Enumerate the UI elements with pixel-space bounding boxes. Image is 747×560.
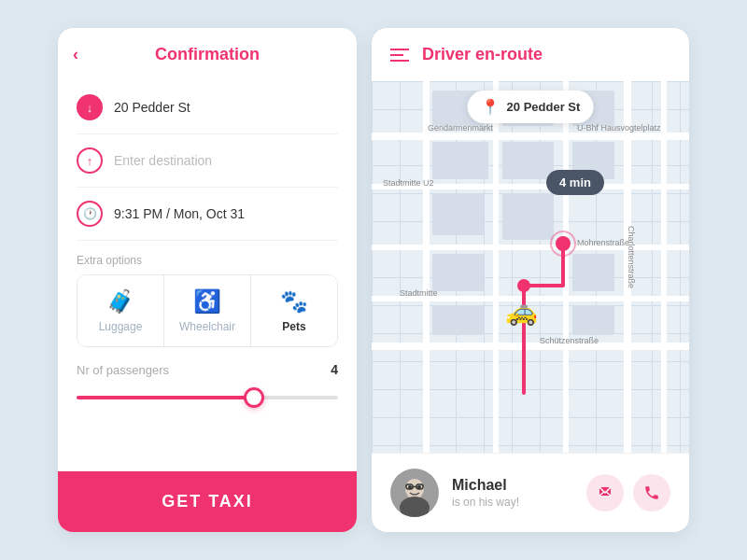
- slider-thumb[interactable]: [244, 387, 264, 408]
- road-label-4: Stadtmitte U2: [383, 178, 434, 188]
- location-rows: ↓ 20 Pedder St ↑ Enter destination 🕐 9:3…: [58, 81, 357, 241]
- passengers-header: Nr of passengers 4: [77, 362, 338, 377]
- wheelchair-icon: ♿: [193, 288, 221, 315]
- slider-fill: [77, 396, 254, 399]
- eta-text: 4 min: [559, 175, 591, 189]
- road-label-3: Mohrenstraße: [577, 238, 629, 247]
- options-tabs: 🧳 Luggage ♿ Wheelchair 🐾 Pets: [77, 274, 338, 347]
- app-container: ‹ Confirmation ↓ 20 Pedder St ↑ Enter de…: [0, 0, 747, 560]
- driver-status: is on his way!: [452, 496, 573, 509]
- passengers-count: 4: [331, 362, 338, 377]
- origin-icon: ↓: [77, 94, 103, 120]
- right-title: Driver en-route: [422, 45, 543, 64]
- road-label-1: Gendarmenmarkt: [428, 123, 493, 133]
- taxi-car: 🚕: [505, 296, 538, 327]
- driver-name: Michael: [452, 477, 573, 494]
- luggage-icon: 🧳: [106, 288, 134, 315]
- time-row[interactable]: 🕐 9:31 PM / Mon, Oct 31: [77, 188, 338, 241]
- menu-button[interactable]: [390, 49, 409, 62]
- origin-row[interactable]: ↓ 20 Pedder St: [77, 81, 338, 134]
- hamburger-line-1: [390, 49, 409, 50]
- get-taxi-button[interactable]: GET TAXI: [58, 471, 357, 532]
- destination-badge: 📍 20 Pedder St: [468, 91, 594, 123]
- luggage-label: Luggage: [99, 320, 143, 333]
- pets-icon: 🐾: [280, 288, 308, 315]
- map-area: 4 min 🚕 Gendarmenmarkt U-Bhf Hausvogtelp…: [372, 81, 689, 453]
- dest-badge-text: 20 Pedder St: [507, 100, 581, 114]
- passenger-slider[interactable]: [77, 388, 338, 407]
- road-label-7: Charlottenstraße: [627, 226, 636, 288]
- driver-actions: [586, 474, 670, 511]
- wheelchair-label: Wheelchair: [179, 320, 235, 333]
- driver-info: Michael is on his way!: [452, 477, 573, 509]
- destination-row[interactable]: ↑ Enter destination: [77, 134, 338, 188]
- pets-label: Pets: [282, 320, 305, 333]
- eta-badge: 4 min: [546, 170, 604, 195]
- driver-avatar: [390, 469, 439, 517]
- time-text: 9:31 PM / Mon, Oct 31: [114, 206, 245, 221]
- road-label-5: Stadtmitte: [400, 288, 438, 298]
- hamburger-line-2: [390, 54, 403, 56]
- road-label-6: Schützenstraße: [540, 336, 599, 345]
- tab-luggage[interactable]: 🧳 Luggage: [78, 275, 164, 346]
- call-button[interactable]: [633, 474, 670, 511]
- tab-pets[interactable]: 🐾 Pets: [251, 275, 337, 346]
- route-midpoint: [517, 279, 530, 292]
- confirmation-panel: ‹ Confirmation ↓ 20 Pedder St ↑ Enter de…: [58, 28, 357, 532]
- origin-text: 20 Pedder St: [114, 100, 190, 115]
- destination-icon: ↑: [77, 147, 103, 174]
- panel-header: ‹ Confirmation: [58, 28, 357, 81]
- extra-options-label: Extra options: [58, 241, 357, 274]
- hamburger-line-3: [390, 60, 409, 62]
- driver-section: Michael is on his way!: [372, 453, 689, 532]
- destination-dot: [556, 236, 571, 251]
- passengers-section: Nr of passengers 4: [58, 347, 357, 422]
- driver-panel: Driver en-route: [372, 28, 689, 532]
- back-button[interactable]: ‹: [73, 45, 78, 64]
- right-header: Driver en-route: [372, 28, 689, 81]
- route-svg: [372, 81, 689, 453]
- passengers-label: Nr of passengers: [77, 363, 169, 377]
- message-button[interactable]: [586, 474, 624, 511]
- call-icon: [643, 484, 660, 501]
- road-label-2: U-Bhf Hausvogtelplatz: [577, 123, 661, 133]
- panel-title: Confirmation: [155, 45, 260, 64]
- destination-text: Enter destination: [114, 153, 212, 168]
- time-icon: 🕐: [77, 201, 103, 227]
- message-icon: [597, 484, 613, 501]
- avatar-svg: [390, 469, 439, 517]
- tab-wheelchair[interactable]: ♿ Wheelchair: [164, 275, 251, 346]
- slider-track: [77, 396, 338, 399]
- dest-pin-icon: 📍: [481, 98, 500, 116]
